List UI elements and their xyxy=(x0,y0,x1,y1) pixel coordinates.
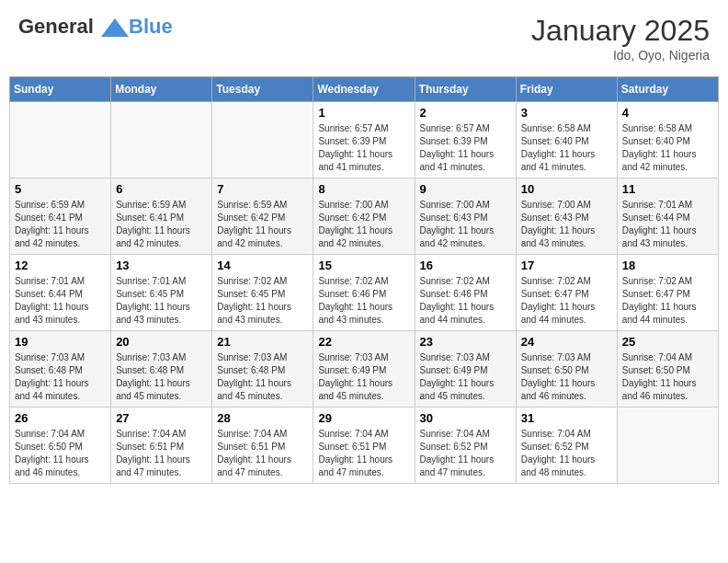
day-number: 11 xyxy=(622,182,713,196)
day-info: Sunrise: 6:57 AMSunset: 6:39 PMDaylight:… xyxy=(318,122,409,174)
calendar-cell: 11Sunrise: 7:01 AMSunset: 6:44 PMDayligh… xyxy=(617,178,718,255)
calendar-cell: 6Sunrise: 6:59 AMSunset: 6:41 PMDaylight… xyxy=(111,178,212,255)
calendar-cell: 26Sunrise: 7:04 AMSunset: 6:50 PMDayligh… xyxy=(10,408,111,484)
title-area: January 2025 Ido, Oyo, Nigeria xyxy=(531,14,710,63)
day-info: Sunrise: 7:01 AMSunset: 6:44 PMDaylight:… xyxy=(15,275,106,327)
calendar-cell xyxy=(111,102,212,178)
calendar-cell: 15Sunrise: 7:02 AMSunset: 6:46 PMDayligh… xyxy=(313,255,415,331)
column-header-tuesday: Tuesday xyxy=(212,77,313,102)
day-info: Sunrise: 6:59 AMSunset: 6:42 PMDaylight:… xyxy=(217,199,308,250)
day-info: Sunrise: 7:04 AMSunset: 6:50 PMDaylight:… xyxy=(15,428,106,479)
month-title: January 2025 xyxy=(531,14,710,48)
day-number: 1 xyxy=(318,106,409,120)
calendar-cell: 24Sunrise: 7:03 AMSunset: 6:50 PMDayligh… xyxy=(516,331,617,408)
calendar-cell: 18Sunrise: 7:02 AMSunset: 6:47 PMDayligh… xyxy=(617,255,718,331)
calendar-cell: 28Sunrise: 7:04 AMSunset: 6:51 PMDayligh… xyxy=(212,408,313,484)
calendar-table: SundayMondayTuesdayWednesdayThursdayFrid… xyxy=(9,76,719,484)
day-info: Sunrise: 7:03 AMSunset: 6:50 PMDaylight:… xyxy=(521,351,612,403)
day-info: Sunrise: 7:03 AMSunset: 6:48 PMDaylight:… xyxy=(217,351,308,403)
day-number: 10 xyxy=(521,182,612,196)
day-number: 26 xyxy=(15,411,106,425)
day-info: Sunrise: 7:02 AMSunset: 6:46 PMDaylight:… xyxy=(420,275,511,327)
calendar-cell: 13Sunrise: 7:01 AMSunset: 6:45 PMDayligh… xyxy=(111,255,212,331)
day-number: 30 xyxy=(420,411,511,425)
calendar-cell: 7Sunrise: 6:59 AMSunset: 6:42 PMDaylight… xyxy=(212,178,313,255)
calendar-cell: 29Sunrise: 7:04 AMSunset: 6:51 PMDayligh… xyxy=(313,408,415,484)
day-number: 13 xyxy=(116,259,207,272)
day-number: 22 xyxy=(318,335,409,349)
calendar-cell: 14Sunrise: 7:02 AMSunset: 6:45 PMDayligh… xyxy=(212,255,313,331)
day-info: Sunrise: 7:01 AMSunset: 6:44 PMDaylight:… xyxy=(622,199,713,250)
day-number: 18 xyxy=(622,259,713,272)
calendar-cell: 23Sunrise: 7:03 AMSunset: 6:49 PMDayligh… xyxy=(415,331,516,408)
day-info: Sunrise: 6:59 AMSunset: 6:41 PMDaylight:… xyxy=(15,199,106,250)
column-header-friday: Friday xyxy=(516,77,617,102)
day-number: 4 xyxy=(622,106,713,120)
day-info: Sunrise: 7:02 AMSunset: 6:47 PMDaylight:… xyxy=(521,275,612,327)
calendar-cell: 3Sunrise: 6:58 AMSunset: 6:40 PMDaylight… xyxy=(516,102,617,178)
day-number: 5 xyxy=(15,182,106,196)
calendar-week-row: 19Sunrise: 7:03 AMSunset: 6:48 PMDayligh… xyxy=(10,331,719,408)
column-header-monday: Monday xyxy=(111,77,212,102)
logo: General Blue xyxy=(18,14,173,41)
day-number: 17 xyxy=(521,259,612,272)
day-number: 24 xyxy=(521,335,612,349)
day-number: 21 xyxy=(217,335,308,349)
day-number: 25 xyxy=(622,335,713,349)
day-number: 15 xyxy=(318,259,409,272)
day-info: Sunrise: 7:00 AMSunset: 6:43 PMDaylight:… xyxy=(521,199,612,250)
calendar-cell: 17Sunrise: 7:02 AMSunset: 6:47 PMDayligh… xyxy=(516,255,617,331)
column-header-wednesday: Wednesday xyxy=(313,77,415,102)
calendar-cell: 21Sunrise: 7:03 AMSunset: 6:48 PMDayligh… xyxy=(212,331,313,408)
calendar-week-row: 1Sunrise: 6:57 AMSunset: 6:39 PMDaylight… xyxy=(10,102,719,178)
day-info: Sunrise: 7:04 AMSunset: 6:52 PMDaylight:… xyxy=(521,428,612,479)
column-header-saturday: Saturday xyxy=(617,77,718,102)
day-number: 3 xyxy=(521,106,612,120)
day-info: Sunrise: 7:01 AMSunset: 6:45 PMDaylight:… xyxy=(116,275,207,327)
calendar-cell: 2Sunrise: 6:57 AMSunset: 6:39 PMDaylight… xyxy=(415,102,516,178)
calendar-week-row: 26Sunrise: 7:04 AMSunset: 6:50 PMDayligh… xyxy=(10,408,719,484)
day-number: 12 xyxy=(15,259,106,272)
day-info: Sunrise: 7:02 AMSunset: 6:45 PMDaylight:… xyxy=(217,275,308,327)
day-info: Sunrise: 7:04 AMSunset: 6:51 PMDaylight:… xyxy=(116,428,207,479)
logo-text-general: General xyxy=(18,15,94,38)
day-number: 20 xyxy=(116,335,207,349)
day-number: 29 xyxy=(318,411,409,425)
day-number: 8 xyxy=(318,182,409,196)
day-info: Sunrise: 7:03 AMSunset: 6:49 PMDaylight:… xyxy=(420,351,511,403)
day-number: 31 xyxy=(521,411,612,425)
day-info: Sunrise: 7:03 AMSunset: 6:49 PMDaylight:… xyxy=(318,351,409,403)
calendar-cell: 25Sunrise: 7:04 AMSunset: 6:50 PMDayligh… xyxy=(617,331,718,408)
day-number: 6 xyxy=(116,182,207,196)
calendar-cell: 4Sunrise: 6:58 AMSunset: 6:40 PMDaylight… xyxy=(617,102,718,178)
svg-marker-0 xyxy=(101,18,129,37)
day-number: 28 xyxy=(217,411,308,425)
day-number: 27 xyxy=(116,411,207,425)
day-info: Sunrise: 7:02 AMSunset: 6:47 PMDaylight:… xyxy=(622,275,713,327)
calendar-cell: 5Sunrise: 6:59 AMSunset: 6:41 PMDaylight… xyxy=(10,178,111,255)
calendar-cell: 16Sunrise: 7:02 AMSunset: 6:46 PMDayligh… xyxy=(415,255,516,331)
day-info: Sunrise: 7:04 AMSunset: 6:51 PMDaylight:… xyxy=(217,428,308,479)
calendar-week-row: 12Sunrise: 7:01 AMSunset: 6:44 PMDayligh… xyxy=(10,255,719,331)
day-info: Sunrise: 6:58 AMSunset: 6:40 PMDaylight:… xyxy=(521,122,612,174)
calendar-cell: 22Sunrise: 7:03 AMSunset: 6:49 PMDayligh… xyxy=(313,331,415,408)
day-number: 16 xyxy=(420,259,511,272)
day-info: Sunrise: 7:04 AMSunset: 6:52 PMDaylight:… xyxy=(420,428,511,479)
calendar-cell: 1Sunrise: 6:57 AMSunset: 6:39 PMDaylight… xyxy=(313,102,415,178)
location: Ido, Oyo, Nigeria xyxy=(531,48,710,63)
day-number: 2 xyxy=(420,106,511,120)
calendar-cell: 8Sunrise: 7:00 AMSunset: 6:42 PMDaylight… xyxy=(313,178,415,255)
day-info: Sunrise: 7:03 AMSunset: 6:48 PMDaylight:… xyxy=(116,351,207,403)
day-info: Sunrise: 7:03 AMSunset: 6:48 PMDaylight:… xyxy=(15,351,106,403)
day-info: Sunrise: 7:04 AMSunset: 6:51 PMDaylight:… xyxy=(318,428,409,479)
calendar-cell xyxy=(212,102,313,178)
day-info: Sunrise: 7:00 AMSunset: 6:43 PMDaylight:… xyxy=(420,199,511,250)
logo-text-blue: Blue xyxy=(129,15,173,38)
day-number: 23 xyxy=(420,335,511,349)
calendar-cell: 12Sunrise: 7:01 AMSunset: 6:44 PMDayligh… xyxy=(10,255,111,331)
day-info: Sunrise: 6:59 AMSunset: 6:41 PMDaylight:… xyxy=(116,199,207,250)
calendar-header-row: SundayMondayTuesdayWednesdayThursdayFrid… xyxy=(10,77,719,102)
column-header-sunday: Sunday xyxy=(10,77,111,102)
column-header-thursday: Thursday xyxy=(415,77,516,102)
calendar-cell: 31Sunrise: 7:04 AMSunset: 6:52 PMDayligh… xyxy=(516,408,617,484)
